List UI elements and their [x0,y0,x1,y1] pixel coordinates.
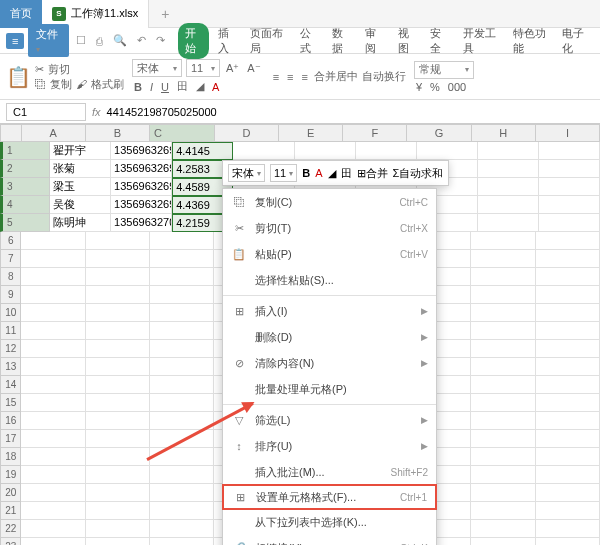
col-header[interactable]: E [279,124,343,142]
cell[interactable] [86,538,150,545]
undo-icon[interactable]: ↶ [134,34,149,47]
cut-icon[interactable]: ✂ [35,63,44,76]
ctx-item[interactable]: 删除(D)▶ [223,324,436,350]
col-header[interactable]: D [215,124,279,142]
cell[interactable] [21,358,85,376]
ctx-item[interactable]: ⿻复制(C)Ctrl+C [223,189,436,215]
cell[interactable] [150,286,214,304]
align-left-icon[interactable]: ≡ [300,71,310,83]
cell[interactable] [471,448,535,466]
cell[interactable]: 梁玉 [50,178,111,196]
cell[interactable] [86,520,150,538]
row-header[interactable]: 8 [0,268,21,286]
ctx-item[interactable]: 🔗超链接(H)...Ctrl+K [223,535,436,545]
cell[interactable] [536,466,600,484]
cell[interactable] [21,448,85,466]
cell[interactable] [471,394,535,412]
ribbon-tab-6[interactable]: 视图 [391,23,422,59]
redo-icon[interactable]: ↷ [153,34,168,47]
row-header[interactable]: 19 [0,466,21,484]
paste-icon[interactable]: 📋 [6,65,31,89]
cell[interactable] [471,430,535,448]
cell[interactable] [536,250,600,268]
cell[interactable] [471,340,535,358]
cell[interactable]: 陈明坤 [50,214,111,232]
increase-font-icon[interactable]: A⁺ [224,62,241,75]
cell[interactable] [536,430,600,448]
ribbon-tab-9[interactable]: 特色功能 [506,23,553,59]
ribbon-tab-8[interactable]: 开发工具 [456,23,503,59]
cell[interactable] [478,160,539,178]
cell[interactable] [86,484,150,502]
ctx-item[interactable]: 选择性粘贴(S)... [223,267,436,293]
ctx-item[interactable]: ↕排序(U)▶ [223,433,436,459]
cell[interactable] [86,304,150,322]
ctx-item[interactable]: 插入批注(M)...Shift+F2 [223,459,436,485]
cell[interactable] [536,520,600,538]
cell[interactable] [21,538,85,545]
row-header[interactable]: 7 [0,250,21,268]
row-header[interactable]: 9 [0,286,21,304]
cell[interactable] [295,142,356,160]
row-header[interactable]: 17 [0,430,21,448]
comma-icon[interactable]: 000 [446,81,468,93]
ribbon-tab-5[interactable]: 审阅 [358,23,389,59]
cell[interactable] [536,376,600,394]
cell[interactable] [86,412,150,430]
ctx-item[interactable]: 📋粘贴(P)Ctrl+V [223,241,436,267]
cell[interactable]: 13569632699 [111,196,172,214]
cell[interactable] [86,358,150,376]
ribbon-tab-3[interactable]: 公式 [293,23,324,59]
cell[interactable] [536,304,600,322]
align-top-icon[interactable]: ≡ [271,71,281,83]
row-header[interactable]: 14 [0,376,21,394]
preview-icon[interactable]: 🔍 [110,34,130,47]
mini-merge-button[interactable]: ⊞合并 [357,166,388,181]
cell[interactable] [536,394,600,412]
ribbon-tab-2[interactable]: 页面布局 [243,23,290,59]
new-tab-button[interactable]: + [149,6,181,22]
cell[interactable] [536,412,600,430]
cell[interactable] [21,412,85,430]
ctx-item[interactable]: ⊞设置单元格格式(F)...Ctrl+1 [222,484,437,510]
cell[interactable]: 13569632700 [111,214,172,232]
underline-icon[interactable]: U [159,81,171,93]
cell[interactable] [536,268,600,286]
italic-icon[interactable]: I [148,81,155,93]
cell[interactable] [536,538,600,545]
cell[interactable] [86,502,150,520]
cell[interactable]: 13569632697 [111,160,172,178]
cell[interactable] [536,232,600,250]
cell[interactable] [86,322,150,340]
row-header[interactable]: 16 [0,412,21,430]
print-icon[interactable]: ⎙ [93,35,106,47]
percent-icon[interactable]: % [428,81,442,93]
cell[interactable] [86,250,150,268]
col-header[interactable]: H [472,124,536,142]
cell[interactable] [471,304,535,322]
cell[interactable] [417,142,478,160]
cell[interactable] [356,142,417,160]
row-header[interactable]: 5 [0,214,50,232]
decrease-font-icon[interactable]: A⁻ [245,62,262,75]
cell[interactable] [471,250,535,268]
ribbon-tab-4[interactable]: 数据 [325,23,356,59]
cell[interactable] [21,340,85,358]
row-header[interactable]: 12 [0,340,21,358]
app-menu-button[interactable]: ≡ [6,33,24,49]
cell[interactable] [150,538,214,545]
cell[interactable] [21,430,85,448]
cell[interactable] [21,484,85,502]
cell[interactable] [536,502,600,520]
ctx-item[interactable]: ▽筛选(L)▶ [223,407,436,433]
cell[interactable] [471,484,535,502]
cell[interactable] [471,322,535,340]
cell[interactable] [471,376,535,394]
cell[interactable] [233,142,294,160]
col-header[interactable]: C [150,124,215,142]
cell[interactable] [536,358,600,376]
cell[interactable] [21,394,85,412]
cell[interactable] [150,376,214,394]
row-header[interactable]: 21 [0,502,21,520]
cell[interactable] [536,448,600,466]
